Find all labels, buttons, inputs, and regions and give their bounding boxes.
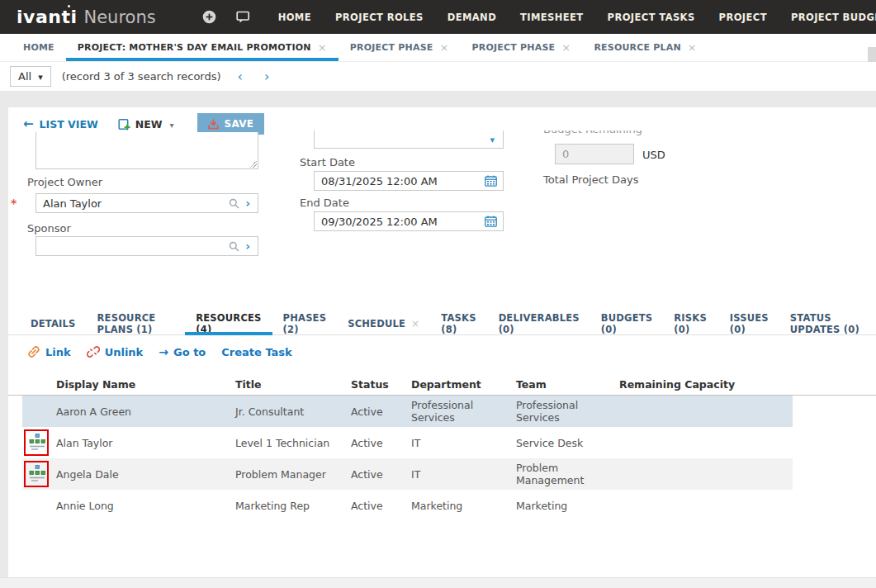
tab-resource-plans[interactable]: RESOURCE PLANS (1): [87, 312, 186, 334]
cell-department: IT: [411, 437, 516, 449]
tab-issues[interactable]: ISSUES (0): [719, 312, 779, 334]
record-count-text: (record 3 of 3 search records): [62, 70, 221, 83]
unlink-button[interactable]: Unlink: [87, 345, 144, 358]
end-date-input[interactable]: [315, 216, 485, 228]
column-header-department[interactable]: Department: [411, 378, 516, 391]
tab-project-phase-2[interactable]: PROJECT PHASE: [461, 34, 583, 61]
unlink-icon: [87, 345, 100, 358]
project-owner-field[interactable]: [36, 193, 258, 213]
cell-status: Active: [351, 405, 411, 418]
cell-department: IT: [411, 468, 516, 481]
end-date-field[interactable]: [314, 211, 504, 231]
chat-icon[interactable]: [236, 11, 250, 24]
column-header-display-name[interactable]: Display Name: [22, 378, 235, 391]
search-icon[interactable]: [229, 198, 239, 209]
search-icon[interactable]: [229, 241, 239, 252]
tab-risks[interactable]: RISKS (0): [663, 312, 719, 334]
start-date-input[interactable]: [315, 175, 485, 187]
clipped-dropdown-field[interactable]: [314, 130, 504, 149]
resize-handle[interactable]: [249, 160, 257, 168]
tab-budgets[interactable]: BUDGETS (0): [590, 312, 663, 334]
sponsor-input[interactable]: [36, 240, 229, 253]
link-button[interactable]: Link: [27, 345, 71, 358]
menu-item-project-tasks[interactable]: PROJECT TASKS: [608, 12, 695, 23]
tab-resources[interactable]: RESOURCES (4): [185, 312, 272, 334]
project-owner-input[interactable]: [36, 197, 229, 210]
table-row-annie-long[interactable]: Annie Long Marketing Rep Active Marketin…: [8, 490, 876, 521]
cell-title: Level 1 Technician: [235, 437, 351, 449]
close-icon[interactable]: [561, 41, 571, 54]
sponsor-label: Sponsor: [27, 222, 71, 235]
page-background-band: [0, 91, 876, 107]
menu-item-demand[interactable]: DEMAND: [447, 12, 496, 23]
description-textarea[interactable]: [36, 132, 258, 169]
cell-team: Professional Services: [516, 399, 619, 424]
start-date-field[interactable]: [314, 171, 504, 191]
new-document-icon: [118, 118, 130, 130]
cell-display-name: Alan Taylor: [22, 437, 235, 449]
tab-schedule[interactable]: SCHEDULE: [337, 312, 430, 334]
table-row-angela-dale[interactable]: Angela Dale Problem Manager Active IT Pr…: [8, 458, 876, 490]
menu-item-home[interactable]: HOME: [278, 12, 311, 23]
calendar-icon[interactable]: [485, 175, 503, 187]
budget-remaining-field: [555, 144, 634, 164]
save-icon: [208, 119, 219, 130]
column-header-remaining-capacity[interactable]: Remaining Capacity: [619, 378, 770, 391]
close-icon[interactable]: [411, 318, 419, 330]
table-row-alan-taylor[interactable]: Alan Taylor Level 1 Technician Active IT…: [8, 427, 876, 458]
main-menu: HOME PROJECT ROLES DEMAND TIMESHEET PROJ…: [278, 12, 876, 23]
tab-project-phase-1[interactable]: PROJECT PHASE: [339, 34, 461, 61]
tab-scroll-right[interactable]: [868, 47, 876, 62]
record-navigation-bar: All (record 3 of 3 search records): [0, 62, 876, 91]
left-gutter: [0, 91, 8, 577]
tab-details[interactable]: DETAILS: [20, 312, 87, 334]
cell-team: Problem Management: [516, 462, 619, 486]
grid-action-bar: Link Unlink Go to Create Task: [27, 345, 292, 358]
resources-table-header: Display Name Title Status Department Tea…: [8, 373, 876, 396]
bottom-status-strip: [0, 577, 876, 588]
column-header-team[interactable]: Team: [516, 378, 619, 391]
tab-project-mothers-day-email-promotion[interactable]: PROJECT: MOTHER'S DAY EMAIL PROMOTION: [66, 34, 339, 61]
cell-status: Active: [351, 468, 411, 481]
tab-home[interactable]: HOME: [12, 34, 66, 61]
column-header-status[interactable]: Status: [351, 378, 411, 391]
record-filter-dropdown[interactable]: All: [10, 66, 51, 87]
back-arrow-icon: [23, 116, 34, 131]
calendar-icon[interactable]: [485, 216, 503, 227]
cell-display-name: Angela Dale: [22, 468, 235, 481]
budget-remaining-label-clipped: Budget Remaining: [543, 130, 651, 137]
currency-label: USD: [642, 149, 665, 161]
create-task-button[interactable]: Create Task: [221, 346, 291, 358]
tab-resource-plan[interactable]: RESOURCE PLAN: [582, 34, 708, 61]
app-logo: ivanti Neurons: [17, 7, 156, 27]
chevron-down-icon: [168, 118, 174, 130]
menu-item-project-budget-plan[interactable]: PROJECT BUDGET PLAN: [791, 12, 876, 23]
close-icon[interactable]: [439, 41, 448, 54]
cell-status: Active: [351, 437, 411, 449]
close-icon[interactable]: [688, 41, 697, 54]
brand-product: Neurons: [83, 7, 155, 27]
previous-record-icon[interactable]: [238, 70, 243, 83]
cell-title: Jr. Consultant: [235, 405, 351, 418]
cell-team: Marketing: [516, 500, 619, 512]
open-record-chevron-icon[interactable]: [239, 197, 258, 210]
go-to-button[interactable]: Go to: [159, 345, 206, 358]
list-view-button[interactable]: LIST VIEW: [23, 116, 98, 131]
table-row-aaron-a-green[interactable]: Aaron A Green Jr. Consultant Active Prof…: [8, 396, 876, 427]
add-new-icon[interactable]: [202, 10, 216, 24]
top-navigation-bar: ivanti Neurons HOME PROJECT ROLES DEMAND…: [0, 0, 876, 34]
tab-phases[interactable]: PHASES (2): [272, 312, 338, 334]
open-record-chevron-icon[interactable]: [239, 239, 258, 253]
tab-status-updates[interactable]: STATUS UPDATES (0): [779, 312, 876, 334]
menu-item-project[interactable]: PROJECT: [719, 12, 767, 23]
menu-item-timesheet[interactable]: TIMESHEET: [520, 12, 584, 23]
next-record-icon[interactable]: [264, 70, 269, 83]
tab-deliverables[interactable]: DELIVERABLES (0): [488, 312, 590, 334]
new-button[interactable]: NEW: [118, 118, 174, 130]
cell-display-name: Annie Long: [22, 500, 235, 512]
tab-tasks[interactable]: TASKS (8): [430, 312, 487, 334]
sponsor-field[interactable]: [36, 236, 258, 256]
column-header-title[interactable]: Title: [235, 378, 351, 391]
menu-item-project-roles[interactable]: PROJECT ROLES: [335, 12, 424, 23]
close-icon[interactable]: [318, 41, 327, 54]
